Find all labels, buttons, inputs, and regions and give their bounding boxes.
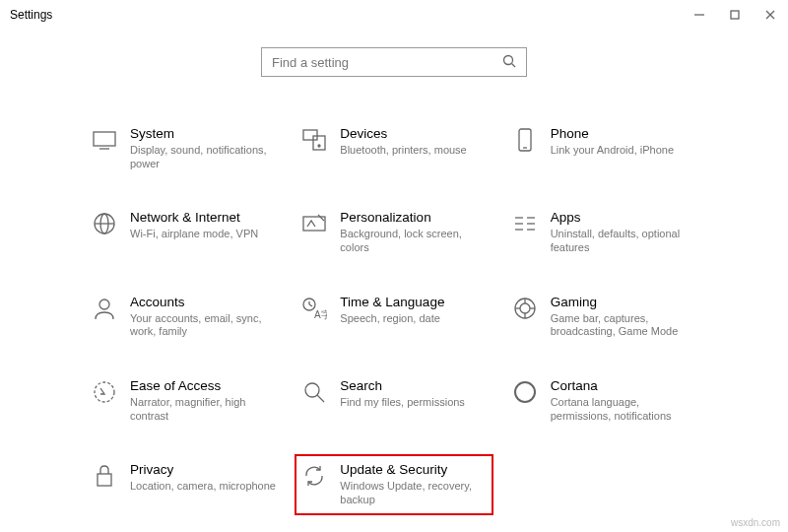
tile-desc: Find my files, permissions bbox=[340, 396, 487, 410]
svg-line-17 bbox=[318, 215, 324, 221]
gaming-icon bbox=[511, 295, 539, 322]
titlebar: Settings bbox=[0, 0, 788, 30]
tile-time-language[interactable]: A字 Time & Language Speech, region, date bbox=[298, 293, 489, 341]
tile-title: Gaming bbox=[551, 296, 697, 310]
tile-desc: Wi-Fi, airplane mode, VPN bbox=[130, 228, 277, 241]
svg-point-38 bbox=[515, 382, 535, 402]
tile-title: Personalization bbox=[340, 211, 487, 226]
svg-point-24 bbox=[99, 299, 109, 309]
watermark: wsxdn.com bbox=[731, 517, 780, 528]
apps-icon bbox=[511, 210, 539, 237]
tile-title: Accounts bbox=[130, 296, 277, 310]
tile-title: Phone bbox=[551, 127, 697, 142]
settings-grid: System Display, sound, notifications, po… bbox=[89, 124, 699, 509]
svg-point-35 bbox=[95, 382, 114, 402]
tile-title: Update & Security bbox=[340, 463, 487, 478]
window-title: Settings bbox=[10, 8, 682, 22]
tile-accounts[interactable]: Accounts Your accounts, email, sync, wor… bbox=[89, 293, 279, 341]
tile-update-security[interactable]: Update & Security Windows Update, recove… bbox=[295, 454, 492, 514]
tile-desc: Location, camera, microphone bbox=[130, 480, 277, 494]
tile-desc: Your accounts, email, sync, work, family bbox=[130, 312, 277, 340]
svg-line-5 bbox=[512, 63, 516, 67]
tile-title: System bbox=[130, 127, 277, 142]
personalization-icon bbox=[300, 210, 328, 237]
phone-icon bbox=[511, 126, 539, 154]
search-icon bbox=[502, 54, 516, 71]
window-controls bbox=[682, 0, 788, 30]
svg-text:A字: A字 bbox=[314, 309, 327, 320]
minimize-button[interactable] bbox=[682, 0, 717, 30]
svg-point-36 bbox=[305, 383, 319, 397]
svg-rect-1 bbox=[731, 11, 739, 19]
search-input[interactable]: Find a setting bbox=[261, 47, 527, 77]
tile-phone[interactable]: Phone Link your Android, iPhone bbox=[509, 124, 699, 172]
tile-desc: Game bar, captures, broadcasting, Game M… bbox=[551, 312, 697, 340]
tile-desc: Link your Android, iPhone bbox=[551, 144, 697, 158]
tile-network[interactable]: Network & Internet Wi-Fi, airplane mode,… bbox=[89, 208, 279, 256]
tile-desc: Uninstall, defaults, optional features bbox=[551, 228, 697, 255]
globe-icon bbox=[91, 210, 118, 237]
svg-rect-9 bbox=[313, 136, 325, 150]
search-container: Find a setting bbox=[0, 47, 788, 77]
tile-apps[interactable]: Apps Uninstall, defaults, optional featu… bbox=[509, 208, 699, 256]
tile-desc: Narrator, magnifier, high contrast bbox=[130, 396, 277, 424]
devices-icon bbox=[300, 126, 328, 154]
tile-desc: Background, lock screen, colors bbox=[340, 228, 487, 255]
svg-rect-39 bbox=[98, 474, 111, 486]
svg-point-10 bbox=[318, 145, 320, 147]
tile-desc: Display, sound, notifications, power bbox=[130, 144, 277, 171]
tile-title: Network & Internet bbox=[130, 211, 277, 226]
tile-title: Devices bbox=[340, 127, 487, 142]
svg-point-4 bbox=[504, 55, 513, 64]
system-icon bbox=[91, 126, 118, 154]
maximize-button[interactable] bbox=[717, 0, 753, 30]
tile-desc: Cortana language, permissions, notificat… bbox=[551, 396, 697, 424]
tile-title: Privacy bbox=[130, 463, 277, 478]
accounts-icon bbox=[91, 295, 118, 322]
cortana-icon bbox=[511, 378, 539, 406]
tile-ease-of-access[interactable]: Ease of Access Narrator, magnifier, high… bbox=[89, 376, 279, 425]
update-icon bbox=[300, 462, 328, 490]
search-placeholder: Find a setting bbox=[272, 55, 502, 70]
tile-desc: Speech, region, date bbox=[340, 312, 487, 326]
svg-rect-6 bbox=[94, 132, 115, 146]
tile-cortana[interactable]: Cortana Cortana language, permissions, n… bbox=[509, 376, 699, 425]
tile-desc: Bluetooth, printers, mouse bbox=[340, 144, 487, 158]
ease-of-access-icon bbox=[91, 378, 118, 406]
lock-icon bbox=[91, 462, 118, 490]
tile-title: Time & Language bbox=[340, 296, 487, 310]
tile-desc: Windows Update, recovery, backup bbox=[340, 480, 487, 507]
svg-line-27 bbox=[309, 304, 312, 306]
svg-rect-8 bbox=[303, 130, 317, 140]
magnifier-icon bbox=[300, 378, 328, 406]
close-button[interactable] bbox=[753, 0, 788, 30]
svg-point-30 bbox=[520, 303, 530, 313]
svg-line-37 bbox=[317, 395, 324, 402]
tile-search[interactable]: Search Find my files, permissions bbox=[298, 376, 489, 425]
tile-devices[interactable]: Devices Bluetooth, printers, mouse bbox=[298, 124, 489, 172]
tile-gaming[interactable]: Gaming Game bar, captures, broadcasting,… bbox=[509, 293, 699, 341]
tile-title: Ease of Access bbox=[130, 379, 277, 394]
tile-title: Apps bbox=[551, 211, 697, 226]
tile-privacy[interactable]: Privacy Location, camera, microphone bbox=[89, 460, 279, 508]
tile-title: Cortana bbox=[551, 379, 697, 394]
time-language-icon: A字 bbox=[300, 295, 328, 322]
tile-system[interactable]: System Display, sound, notifications, po… bbox=[89, 124, 279, 172]
tile-title: Search bbox=[340, 379, 487, 394]
tile-personalization[interactable]: Personalization Background, lock screen,… bbox=[298, 208, 489, 256]
